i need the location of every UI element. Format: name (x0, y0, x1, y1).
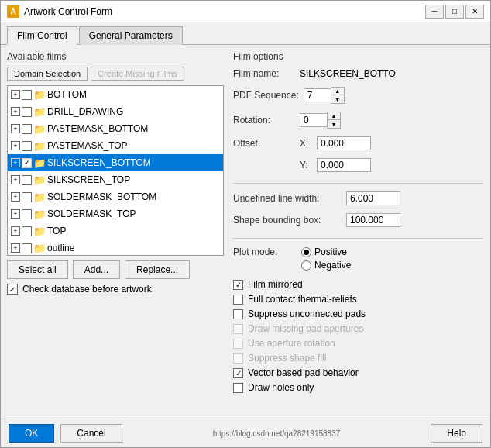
minimize-button[interactable]: ─ (425, 5, 444, 19)
film-mirrored-checkbox[interactable]: ✓ (233, 280, 243, 290)
film-name-label: Film name: (233, 68, 295, 79)
film-mirrored-label: Film mirrored (248, 279, 303, 290)
domain-selection-button[interactable]: Domain Selection (7, 67, 88, 81)
suppress-shape-row: Suppress shape fill (233, 352, 484, 364)
folder-icon: 📁 (33, 140, 46, 152)
draw-holes-checkbox[interactable] (233, 383, 243, 393)
film-name-label: SOLDERMASK_TOP (47, 208, 220, 219)
cancel-button[interactable]: Cancel (60, 424, 122, 443)
offset-x-input[interactable] (317, 136, 371, 150)
film-checkbox[interactable] (22, 141, 32, 151)
film-list-item[interactable]: +📁SOLDERMASK_BOTTOM (8, 188, 223, 205)
plot-negative-radio[interactable] (301, 260, 311, 271)
vector-based-checkbox[interactable]: ✓ (233, 368, 243, 378)
help-button[interactable]: Help (431, 424, 482, 443)
draw-holes-row: Draw holes only (233, 381, 484, 394)
pdf-up-arrow[interactable]: ▲ (331, 88, 344, 95)
film-options-label: Film options (233, 51, 484, 62)
shape-bounding-box-input[interactable] (346, 213, 400, 227)
draw-missing-row: Draw missing pad apertures (233, 322, 484, 335)
folder-icon: 📁 (33, 174, 46, 186)
undefined-line-width-row: Undefined line width: (233, 191, 484, 205)
footer: OK Cancel https://blog.csdn.net/qa282191… (1, 419, 490, 447)
separator-1 (233, 183, 484, 184)
suppress-unconnected-label: Suppress unconnected pads (248, 308, 366, 319)
use-aperture-checkbox (233, 339, 243, 349)
folder-icon: 📁 (33, 191, 46, 203)
rotation-up-arrow[interactable]: ▲ (328, 112, 340, 120)
check-database-label: Check database before artwork (22, 284, 152, 295)
folder-icon: 📁 (33, 226, 46, 237)
shape-bounding-box-label: Shape bounding box: (233, 215, 342, 226)
folder-icon: 📁 (33, 106, 46, 118)
plot-negative-row: Negative (301, 260, 351, 271)
film-list-item[interactable]: +📁PASTEMASK_BOTTOM (8, 120, 223, 137)
film-checkbox[interactable] (22, 107, 32, 117)
film-checkbox[interactable] (22, 209, 32, 219)
film-checkbox[interactable]: ✓ (22, 158, 32, 168)
select-all-button[interactable]: Select all (7, 260, 68, 279)
window-controls: ─ □ ✕ (425, 5, 484, 19)
check-database-checkbox[interactable]: ✓ (7, 284, 18, 295)
film-list-item[interactable]: +📁DRILL_DRAWING (8, 103, 223, 120)
ok-button[interactable]: OK (9, 424, 54, 443)
title-bar: A Artwork Control Form ─ □ ✕ (1, 1, 490, 22)
film-checkbox[interactable] (22, 124, 32, 134)
film-checkbox[interactable] (22, 243, 32, 253)
footer-left: OK Cancel (9, 424, 122, 443)
vector-based-row: ✓ Vector based pad behavior (233, 367, 484, 379)
rotation-down-arrow[interactable]: ▼ (328, 120, 340, 128)
expand-icon: + (11, 90, 20, 99)
film-list-item[interactable]: +📁outline (8, 240, 223, 256)
pdf-sequence-input[interactable] (304, 88, 331, 102)
pdf-down-arrow[interactable]: ▼ (331, 95, 344, 103)
maximize-button[interactable]: □ (445, 5, 464, 19)
domain-toolbar: Domain Selection Create Missing Films (7, 67, 224, 81)
folder-icon: 📁 (33, 157, 46, 169)
create-missing-films-button[interactable]: Create Missing Films (91, 67, 184, 81)
plot-negative-label: Negative (314, 260, 351, 271)
full-contact-row: Full contact thermal-reliefs (233, 293, 484, 305)
full-contact-checkbox[interactable] (233, 295, 243, 305)
tab-general-parameters[interactable]: General Parameters (79, 26, 183, 45)
expand-icon: + (11, 141, 20, 150)
film-list-item[interactable]: +📁TOP (8, 222, 223, 240)
film-name-label: TOP (47, 226, 220, 236)
tab-film-control[interactable]: Film Control (7, 26, 77, 45)
film-list-item[interactable]: +📁SOLDERMASK_TOP (8, 205, 223, 222)
pdf-sequence-spinner: ▲ ▼ (304, 87, 345, 104)
film-options-checkboxes: ✓ Film mirrored Full contact thermal-rel… (233, 278, 484, 394)
film-name-row: Film name: SILKSCREEN_BOTTO (233, 68, 484, 79)
film-list-item[interactable]: +📁SILKSCREEN_TOP (8, 171, 223, 188)
close-button[interactable]: ✕ (465, 5, 484, 19)
film-name-label: SILKSCREEN_TOP (47, 174, 220, 185)
film-checkbox[interactable] (22, 90, 32, 100)
film-list[interactable]: +📁BOTTOM+📁DRILL_DRAWING+📁PASTEMASK_BOTTO… (7, 85, 224, 256)
film-list-item[interactable]: +📁BOTTOM (8, 86, 223, 103)
plot-positive-radio[interactable] (301, 247, 311, 257)
film-checkbox[interactable] (22, 226, 32, 236)
add-button[interactable]: Add... (73, 260, 120, 279)
undefined-line-width-input[interactable] (346, 191, 400, 205)
film-name-label: outline (47, 243, 220, 253)
rotation-spinner-arrows: ▲ ▼ (327, 112, 341, 129)
rotation-input[interactable] (300, 113, 327, 127)
replace-button[interactable]: Replace... (125, 260, 190, 279)
film-name-value: SILKSCREEN_BOTTO (300, 68, 396, 79)
suppress-unconnected-checkbox[interactable] (233, 309, 243, 319)
use-aperture-label: Use aperture rotation (248, 338, 335, 349)
film-list-item[interactable]: +📁PASTEMASK_TOP (8, 137, 223, 154)
offset-y-input[interactable] (317, 158, 371, 172)
rotation-label: Rotation: (233, 115, 295, 126)
undefined-line-width-label: Undefined line width: (233, 193, 342, 204)
check-database-row: ✓ Check database before artwork (7, 284, 224, 295)
expand-icon: + (11, 175, 20, 184)
film-checkbox[interactable] (22, 192, 32, 202)
app-icon: A (7, 5, 19, 18)
suppress-unconnected-row: Suppress unconnected pads (233, 308, 484, 320)
plot-mode-options: Positive Negative (301, 246, 351, 271)
offset-x-row: Offset X: (233, 136, 484, 150)
film-list-item[interactable]: +✓📁SILKSCREEN_BOTTOM (8, 154, 223, 171)
use-aperture-row: Use aperture rotation (233, 337, 484, 350)
film-checkbox[interactable] (22, 175, 32, 185)
